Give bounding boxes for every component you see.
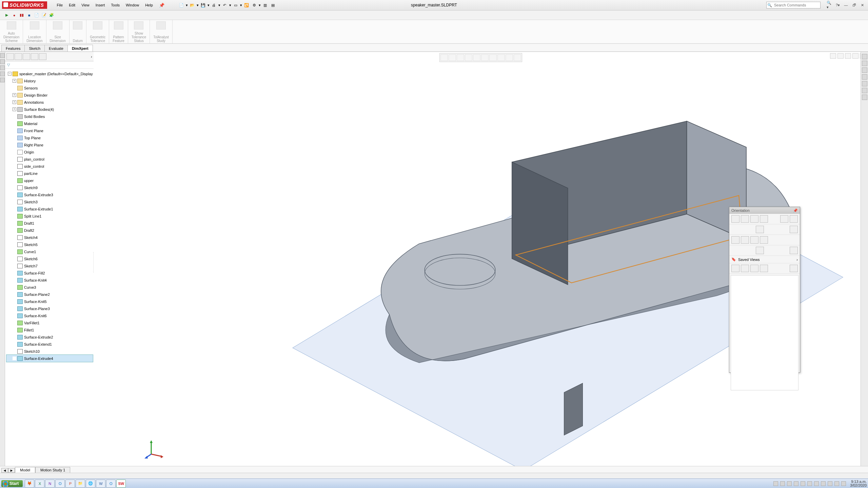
dropdown-icon[interactable]: ▾: [229, 3, 231, 7]
orient-iso-icon[interactable]: [756, 226, 764, 233]
tab-evaluate[interactable]: Evaluate: [44, 45, 68, 52]
tree-node[interactable]: Origin: [6, 148, 93, 156]
tree-node[interactable]: Surface-Extrude1: [6, 205, 93, 212]
macro-play-icon[interactable]: ▶: [4, 13, 9, 18]
dropdown-icon[interactable]: ▾: [218, 3, 220, 7]
search-input[interactable]: [773, 3, 820, 7]
ribbon-geo-tolerance[interactable]: GeometricTolerance: [86, 20, 109, 43]
expand-icon[interactable]: −: [8, 72, 12, 76]
expand-icon[interactable]: [13, 86, 16, 90]
expand-icon[interactable]: [13, 314, 16, 318]
tree-node[interactable]: Sketch7: [6, 262, 93, 269]
tree-node[interactable]: Split Line1: [6, 212, 93, 220]
new-doc-button[interactable]: 📄: [178, 2, 185, 8]
view-settings-icon[interactable]: [514, 54, 521, 61]
save-button[interactable]: 💾: [200, 2, 206, 8]
expand-icon[interactable]: [13, 349, 16, 353]
tree-node[interactable]: Curve1: [6, 248, 93, 255]
tree-node[interactable]: Fillet1: [6, 326, 93, 333]
tray-volume-icon[interactable]: [841, 481, 846, 486]
tree-node[interactable]: plan_control: [6, 156, 93, 163]
taskpane-custom-props-icon[interactable]: [862, 95, 867, 100]
dropdown-icon[interactable]: ▾: [259, 3, 261, 7]
expand-icon[interactable]: +: [13, 93, 16, 97]
dropdown-icon[interactable]: ▾: [197, 3, 199, 7]
layout1-button[interactable]: ▥: [262, 2, 269, 8]
expand-icon[interactable]: [13, 357, 16, 360]
macro-record-icon[interactable]: ●: [12, 13, 17, 18]
expand-icon[interactable]: [13, 278, 16, 282]
dropdown-icon[interactable]: ▾: [240, 3, 242, 7]
tree-node[interactable]: Sketch9: [6, 184, 93, 191]
open-doc-button[interactable]: 📂: [189, 2, 196, 8]
expand-icon[interactable]: [13, 328, 16, 332]
orient-tool-4-icon[interactable]: [760, 215, 768, 223]
rebuild-button[interactable]: 🔁: [243, 2, 250, 8]
tree-node[interactable]: Material: [6, 120, 93, 127]
tray-icon[interactable]: [821, 481, 826, 486]
ribbon-tolanalyst[interactable]: TolAnalystStudy: [150, 20, 173, 43]
taskpane-design-lib-icon[interactable]: [862, 67, 867, 73]
macro-pause-icon[interactable]: ▮▮: [19, 13, 24, 18]
side-tab-4[interactable]: [0, 72, 5, 76]
vp-2v-icon[interactable]: [750, 265, 758, 272]
expand-icon[interactable]: [13, 236, 16, 239]
ribbon-location-dimension[interactable]: LocationDimension: [23, 20, 46, 43]
taskbar-outlook-icon[interactable]: O: [55, 480, 65, 488]
expand-icon[interactable]: [13, 179, 16, 182]
expand-icon[interactable]: [13, 335, 16, 339]
tree-node[interactable]: Sketch3: [6, 198, 93, 205]
taskbar-onenote-icon[interactable]: N: [45, 480, 55, 488]
macro-stop-icon[interactable]: ■: [26, 13, 32, 18]
tray-icon[interactable]: [773, 481, 778, 486]
expand-icon[interactable]: [13, 250, 16, 253]
expand-icon[interactable]: [13, 129, 16, 133]
zoom-area-icon[interactable]: [449, 54, 456, 61]
orient-top-icon[interactable]: [756, 247, 764, 254]
orientation-pin-icon[interactable]: 📌: [793, 208, 798, 213]
tree-node[interactable]: Curve3: [6, 284, 93, 291]
ribbon-datum[interactable]: Datum: [70, 20, 86, 43]
section-view-icon[interactable]: [465, 54, 472, 61]
taskpane-view-palette-icon[interactable]: [862, 81, 867, 86]
side-tab-1[interactable]: [0, 53, 5, 58]
ribbon-show-tolerance[interactable]: ShowToleranceStatus: [128, 20, 150, 43]
tree-node[interactable]: Surface-Extrude3: [6, 191, 93, 198]
taskpane-explorer-icon[interactable]: [862, 74, 867, 80]
hide-show-icon[interactable]: [489, 54, 497, 61]
dropdown-icon[interactable]: ▾: [186, 3, 188, 7]
expand-icon[interactable]: [13, 157, 16, 161]
expand-icon[interactable]: [13, 221, 16, 225]
expand-icon[interactable]: [13, 228, 16, 232]
expand-icon[interactable]: [13, 207, 16, 211]
expand-icon[interactable]: [13, 307, 16, 310]
menu-file[interactable]: File: [54, 2, 65, 8]
expand-icon[interactable]: [13, 122, 16, 125]
tray-icon[interactable]: [780, 481, 785, 486]
apply-scene-icon[interactable]: [506, 54, 513, 61]
tree-node[interactable]: Surface-Plane2: [6, 291, 93, 298]
tree-node[interactable]: Sketch4: [6, 234, 93, 241]
tree-node[interactable]: Surface-Knit4: [6, 277, 93, 284]
tree-node[interactable]: Solid Bodies: [6, 113, 93, 120]
fm-tab-property-icon[interactable]: [15, 53, 22, 60]
doctab-prev-icon[interactable]: ◄: [1, 468, 8, 473]
tree-node[interactable]: Front Plane: [6, 127, 93, 134]
vp-link-icon[interactable]: [790, 265, 798, 272]
tree-node[interactable]: +Annotations: [6, 99, 93, 106]
expand-icon[interactable]: [13, 285, 16, 289]
menu-window[interactable]: Window: [123, 2, 142, 8]
tree-node[interactable]: Surface-Extrude2: [6, 333, 93, 341]
menu-edit[interactable]: Edit: [66, 2, 78, 8]
expand-icon[interactable]: [13, 171, 16, 175]
fm-tab-tree-icon[interactable]: [6, 53, 14, 60]
minimize-button[interactable]: —: [843, 2, 849, 8]
search-commands[interactable]: 🔍: [766, 2, 821, 8]
orient-tool-5-icon[interactable]: [780, 215, 788, 223]
orient-normal-icon[interactable]: [790, 247, 798, 254]
taskbar-powerpoint-icon[interactable]: P: [65, 480, 75, 488]
doctab-model[interactable]: Model: [15, 467, 35, 473]
tree-node[interactable]: Surface-Plane3: [6, 305, 93, 312]
expand-icon[interactable]: [13, 136, 16, 140]
feature-manager-filter[interactable]: ▽: [5, 61, 94, 69]
